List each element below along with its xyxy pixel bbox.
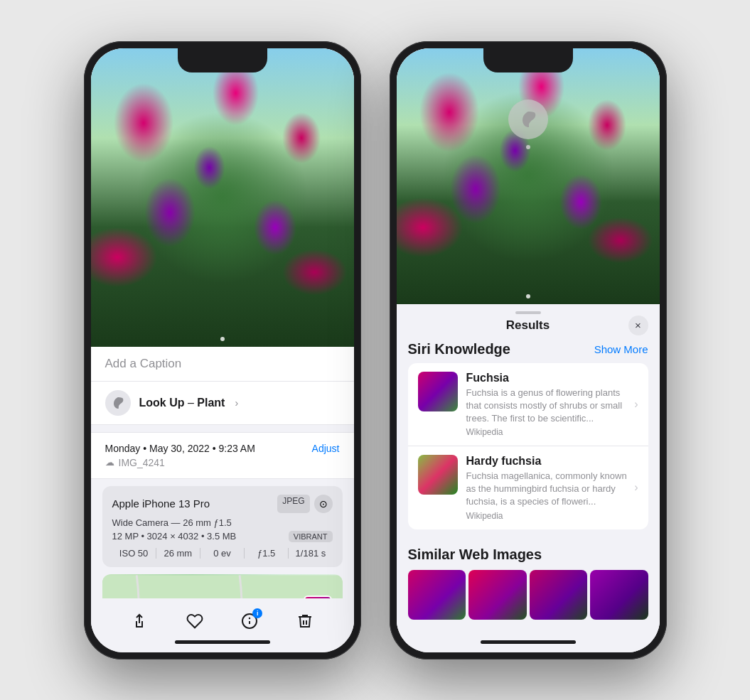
results-header: Results × (397, 318, 660, 341)
exif-iso: ISO 50 (112, 548, 156, 559)
toolbar: i (91, 598, 354, 637)
flower-photo (91, 48, 354, 347)
exif-aperture: ƒ1.5 (245, 548, 289, 559)
results-title: Results (506, 318, 550, 333)
hardy-name: Hardy fuchsia (466, 455, 638, 468)
jpeg-badge: JPEG (277, 495, 309, 513)
web-image-1[interactable] (408, 570, 466, 620)
siri-icon (508, 99, 548, 139)
heart-button[interactable] (179, 605, 210, 637)
hardy-info: Hardy fuchsia Fuchsia magellanica, commo… (466, 455, 638, 521)
phone-1-screen: Add a Caption Look Up – Plant › (91, 48, 354, 652)
home-indicator-1 (175, 640, 270, 644)
results-panel: Results × Siri Knowledge Show More (397, 304, 660, 652)
share-icon (131, 613, 148, 630)
panel-handle (515, 311, 541, 314)
camera-badges: JPEG ⊙ (277, 495, 332, 513)
web-image-4[interactable] (590, 570, 648, 620)
siri-section-header: Siri Knowledge Show More (408, 341, 648, 357)
camera-details: Wide Camera — 26 mm ƒ1.5 (112, 517, 333, 528)
siri-knowledge-title: Siri Knowledge (408, 341, 510, 357)
lookup-row[interactable]: Look Up – Plant › (91, 382, 354, 425)
hardy-chevron: › (634, 481, 638, 494)
fuchsia-info: Fuchsia Fuchsia is a genus of flowering … (466, 372, 638, 438)
web-images-row (408, 570, 648, 620)
camera-model: Apple iPhone 13 Pro (112, 497, 210, 510)
hardy-thumbnail (418, 455, 458, 495)
adjust-button[interactable]: Adjust (312, 443, 340, 454)
phone-1: Add a Caption Look Up – Plant › (84, 41, 361, 659)
lookup-label: Look Up – Plant (139, 397, 225, 409)
info-button[interactable]: i (234, 605, 265, 637)
knowledge-card: Fuchsia Fuchsia is a genus of flowering … (408, 363, 648, 529)
exif-focal: 26 mm (156, 548, 200, 559)
hardy-source: Wikipedia (466, 511, 638, 521)
lookup-chevron: › (235, 397, 238, 409)
phones-container: Add a Caption Look Up – Plant › (84, 41, 667, 659)
trash-icon (296, 613, 314, 630)
phone-2-screen: Results × Siri Knowledge Show More (397, 48, 660, 652)
exif-ev: 0 ev (200, 548, 245, 559)
caption-placeholder[interactable]: Add a Caption (105, 357, 182, 370)
fuchsia-description: Fuchsia is a genus of flowering plants t… (466, 387, 638, 426)
knowledge-item-fuchsia[interactable]: Fuchsia Fuchsia is a genus of flowering … (408, 363, 648, 447)
exif-shutter: 1/181 s (289, 548, 332, 559)
web-images-section: Similar Web Images (397, 546, 660, 620)
notch-2 (483, 48, 573, 72)
cloud-icon: ☁ (105, 457, 114, 468)
vibrant-badge: VIBRANT (289, 531, 333, 542)
phone-1-content: Add a Caption Look Up – Plant › (91, 48, 354, 652)
info-badge: i (252, 608, 262, 618)
photo-date: Monday • May 30, 2022 • 9:23 AM (105, 443, 255, 454)
flower-photo-2 (397, 48, 660, 304)
page-indicator-2 (526, 294, 530, 298)
mp-details: 12 MP • 3024 × 4032 • 3.5 MB VIBRANT (112, 531, 333, 542)
lens-icon: ⊙ (314, 495, 333, 513)
fuchsia-thumbnail (418, 372, 458, 411)
web-image-2[interactable] (468, 570, 527, 620)
delete-button[interactable] (289, 605, 321, 637)
knowledge-item-hardy[interactable]: Hardy fuchsia Fuchsia magellanica, commo… (408, 446, 648, 529)
notch (178, 48, 267, 72)
lookup-icon-wrap (105, 390, 131, 416)
leaf-icon (111, 396, 125, 410)
web-images-title: Similar Web Images (408, 546, 648, 563)
leaf-siri-icon (518, 109, 538, 129)
photo-area[interactable] (91, 48, 354, 347)
page-indicator (220, 337, 225, 341)
siri-dot (526, 145, 530, 149)
share-button[interactable] (124, 605, 155, 637)
phone-2: Results × Siri Knowledge Show More (390, 41, 667, 659)
siri-knowledge-section: Siri Knowledge Show More Fuchsia Fuchsia… (397, 341, 660, 529)
photo-filename: ☁ IMG_4241 (105, 457, 340, 468)
exif-row: ISO 50 26 mm 0 ev ƒ1.5 1/181 s (112, 548, 333, 559)
fuchsia-name: Fuchsia (466, 372, 638, 384)
hardy-description: Fuchsia magellanica, commonly known as t… (466, 470, 638, 509)
fuchsia-source: Wikipedia (466, 427, 638, 437)
web-image-3[interactable] (530, 570, 588, 620)
camera-section: Apple iPhone 13 Pro JPEG ⊙ Wide Camera —… (91, 486, 354, 567)
fuchsia-chevron: › (634, 398, 638, 411)
heart-icon (186, 613, 203, 630)
caption-area[interactable]: Add a Caption (91, 347, 354, 382)
home-indicator-2 (481, 640, 576, 644)
camera-card: Apple iPhone 13 Pro JPEG ⊙ Wide Camera —… (102, 486, 343, 567)
photo-area-2 (397, 48, 660, 304)
results-close-button[interactable]: × (628, 316, 648, 335)
phone-2-content: Results × Siri Knowledge Show More (397, 48, 660, 652)
meta-section: Monday • May 30, 2022 • 9:23 AM Adjust ☁… (91, 432, 354, 479)
show-more-button[interactable]: Show More (594, 343, 648, 355)
